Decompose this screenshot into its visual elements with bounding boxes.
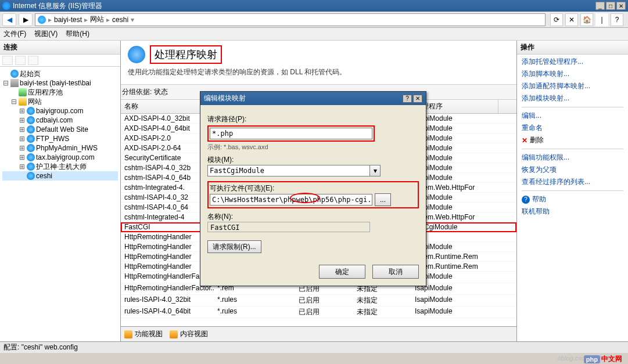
breadcrumb[interactable]: ▸ baiyi-test ▸ 网站 ▸ ceshi ▾: [35, 13, 546, 26]
action-add-wildcard[interactable]: 添加通配符脚本映射...: [522, 81, 623, 91]
menu-bar: 文件(F) 视图(V) 帮助(H): [0, 28, 628, 41]
start-page-icon: [10, 70, 19, 78]
breadcrumb-part[interactable]: ceshi: [112, 16, 128, 24]
actions-panel: 操作 添加托管处理程序... 添加脚本映射... 添加通配符脚本映射... 添加…: [516, 41, 628, 341]
action-edit[interactable]: 编辑...: [522, 111, 623, 121]
menu-help[interactable]: 帮助(H): [66, 29, 89, 39]
window-title: Internet 信息服务 (IIS)管理器: [13, 1, 102, 11]
content-view-tab[interactable]: 内容视图: [170, 329, 208, 339]
edit-module-mapping-dialog: 编辑模块映射 ? ✕ 请求路径(P): 示例: *.bas, wsvc.axd …: [200, 91, 426, 286]
site-icon: [27, 172, 35, 180]
site-icon: [27, 144, 35, 152]
delete-icon[interactable]: [28, 56, 38, 65]
tree-site-item[interactable]: ⊞cdbaiyi.com: [2, 116, 118, 125]
view-tabs: 功能视图 内容视图: [121, 326, 516, 341]
exec-label: 可执行文件(可选)(E):: [210, 183, 417, 193]
action-add-managed[interactable]: 添加托管处理程序...: [522, 57, 623, 67]
tree-site-item[interactable]: ⊞护卫神·主机大师: [2, 162, 118, 171]
path-hint: 示例: *.bas, wsvc.axd: [207, 143, 419, 152]
action-revert[interactable]: 恢复为父项: [522, 165, 623, 175]
nav-bar: ◀ ▶ ▸ baiyi-test ▸ 网站 ▸ ceshi ▾ ⟳ ✕ 🏠 | …: [0, 12, 628, 28]
app-icon: [2, 2, 10, 10]
window-controls: _ □ ✕: [595, 2, 626, 10]
server-icon: [10, 79, 19, 87]
status-bar: 配置: "ceshi" web.config: [0, 341, 628, 353]
action-online-help[interactable]: 联机帮助: [522, 207, 623, 217]
menu-file[interactable]: 文件(F): [3, 29, 26, 39]
window-titlebar: Internet 信息服务 (IIS)管理器 _ □ ✕: [0, 0, 628, 12]
dialog-close-button[interactable]: ✕: [413, 95, 422, 103]
stop-icon[interactable]: ✕: [565, 13, 578, 26]
globe-icon: [38, 16, 46, 24]
site-icon: [27, 107, 35, 115]
site-icon: [27, 163, 35, 171]
action-delete[interactable]: 删除: [522, 135, 623, 145]
maximize-button[interactable]: □: [606, 2, 615, 10]
tree-site-item[interactable]: ⊞Default Web Site: [2, 125, 118, 134]
dialog-titlebar: 编辑模块映射 ? ✕: [200, 92, 426, 105]
save-icon[interactable]: [15, 56, 26, 65]
action-rename[interactable]: 重命名: [522, 123, 623, 133]
action-edit-perm[interactable]: 编辑功能权限...: [522, 153, 623, 163]
tree-site-item[interactable]: ceshi: [2, 171, 118, 181]
dropdown-icon[interactable]: ▾: [370, 165, 381, 176]
ok-button[interactable]: 确定: [319, 265, 365, 279]
features-view-tab[interactable]: 功能视图: [124, 329, 163, 339]
handler-mapping-icon: [128, 46, 145, 63]
sites-icon: [19, 98, 27, 106]
page-description: 使用此功能指定处理特定请求类型的响应的资源，如 DLL 和托管代码。: [128, 67, 509, 77]
site-icon: [27, 153, 35, 161]
site-icon: [27, 116, 35, 124]
tree-site-item[interactable]: ⊞FTP_HWS: [2, 134, 118, 143]
cancel-button[interactable]: 取消: [372, 265, 419, 279]
close-button[interactable]: ✕: [616, 2, 626, 10]
content-icon: [170, 330, 178, 338]
php-cn-logo: php中文网: [584, 354, 622, 364]
minimize-button[interactable]: _: [595, 2, 605, 10]
home-icon[interactable]: 🏠: [580, 13, 593, 26]
nav-forward-button[interactable]: ▶: [19, 13, 33, 26]
name-readonly: FastCGI: [207, 222, 370, 232]
dialog-title: 编辑模块映射: [204, 93, 246, 103]
page-title: 处理程序映射: [150, 45, 222, 64]
nav-tools: ⟳ ✕ 🏠 | ?: [548, 13, 626, 26]
module-label: 模块(M):: [207, 155, 419, 165]
grid-row[interactable]: rules-ISAPI-4.0_64bit*.rules已启用未指定IsapiM…: [121, 307, 516, 318]
connections-tree[interactable]: 起始页 ⊟baiyi-test (baiyi-test\bai 应用程序池 ⊟网…: [0, 67, 120, 341]
help-icon[interactable]: ?: [611, 13, 623, 26]
nav-back-button[interactable]: ◀: [2, 13, 16, 26]
path-input[interactable]: [210, 128, 372, 139]
site-icon: [27, 135, 35, 143]
action-sorted[interactable]: 查看经过排序的列表...: [522, 177, 623, 187]
apppool-icon: [19, 88, 27, 96]
name-label: 名称(N):: [207, 212, 419, 222]
connections-toolbar: [0, 55, 120, 67]
path-label: 请求路径(P):: [207, 114, 419, 124]
connections-panel: 连接 起始页 ⊟baiyi-test (baiyi-test\bai 应用程序池…: [0, 41, 121, 341]
request-restrictions-button[interactable]: 请求限制(R)...: [207, 240, 261, 253]
dialog-help-button[interactable]: ?: [403, 95, 412, 103]
features-icon: [124, 330, 132, 338]
connections-header: 连接: [0, 41, 120, 55]
breadcrumb-part[interactable]: baiyi-test: [54, 16, 82, 24]
connect-icon[interactable]: [2, 56, 13, 65]
browse-button[interactable]: ...: [375, 193, 391, 206]
tree-site-item[interactable]: ⊞tax.baiyigroup.com: [2, 153, 118, 162]
tree-site-item[interactable]: ⊞PhpMyAdmin_HWS: [2, 143, 118, 153]
site-icon: [27, 125, 35, 134]
module-select[interactable]: [207, 165, 370, 176]
actions-header: 操作: [517, 41, 628, 55]
menu-view[interactable]: 视图(V): [34, 29, 58, 39]
tree-site-item[interactable]: ⊞baiyigroup.com: [2, 106, 118, 116]
exec-input[interactable]: [210, 194, 372, 206]
action-add-module[interactable]: 添加模块映射...: [522, 93, 623, 103]
refresh-icon[interactable]: ⟳: [550, 13, 563, 26]
action-help[interactable]: 帮助: [522, 194, 623, 204]
breadcrumb-part[interactable]: 网站: [90, 15, 104, 24]
status-text: 配置: "ceshi" web.config: [3, 343, 78, 352]
grid-row[interactable]: rules-ISAPI-4.0_32bit*.rules已启用未指定IsapiM…: [121, 295, 516, 307]
action-add-script[interactable]: 添加脚本映射...: [522, 69, 623, 79]
